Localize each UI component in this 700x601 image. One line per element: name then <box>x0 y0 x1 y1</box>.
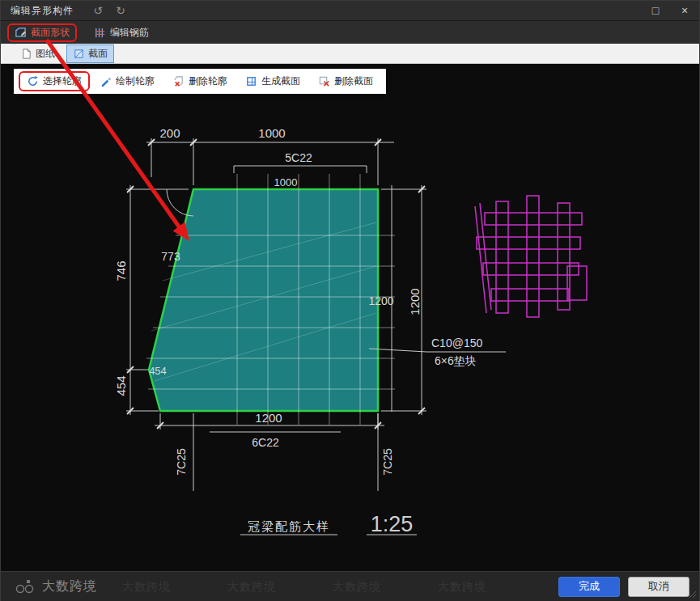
watermark-text: 大数跨境 <box>42 578 97 595</box>
dim-top-width: 1000 <box>258 126 285 140</box>
select-outline-button[interactable]: 选择轮廓 <box>19 71 90 91</box>
dim-left-lower-h: 454 <box>149 365 167 377</box>
note-stirrup: C10@150 <box>431 336 482 349</box>
dim-left-lower-v: 454 <box>114 375 128 396</box>
watermark-logo-icon <box>14 578 38 595</box>
note-spacer: 6×6垫块 <box>435 354 477 367</box>
generate-section-label: 生成截面 <box>261 74 300 88</box>
dim-left-upper: 746 <box>114 260 128 281</box>
generate-section-button[interactable]: 生成截面 <box>237 71 308 91</box>
tab-bar: 图纸 截面 <box>1 44 699 64</box>
tab-drawing[interactable]: 图纸 <box>14 44 62 63</box>
resize-grip-icon[interactable] <box>689 590 697 599</box>
generate-section-icon <box>245 75 257 87</box>
drawing-tab-icon <box>20 48 32 60</box>
dim-top-offset: 200 <box>159 126 180 140</box>
cad-drawing: 200 1000 5C22 1000 773 746 454 454 1200 … <box>1 64 699 571</box>
drawing-scale: 1:25 <box>371 512 414 536</box>
edit-rebar-icon <box>94 27 106 39</box>
watermark-faint: 大数跨境 <box>122 580 171 595</box>
edit-rebar-button[interactable]: 编辑钢筋 <box>87 23 156 42</box>
section-shape-icon <box>15 27 27 39</box>
drawing-caption: 冠梁配筋大样 <box>248 519 330 533</box>
edit-rebar-label: 编辑钢筋 <box>110 26 149 40</box>
tab-section[interactable]: 截面 <box>66 44 114 63</box>
watermark-faint: 大数跨境 <box>227 580 276 595</box>
maximize-button[interactable]: □ <box>641 1 670 21</box>
watermark-faint: 大数跨境 <box>333 580 381 595</box>
section-shape-label: 截面形状 <box>31 26 70 40</box>
watermark-faint: 大数跨境 <box>438 580 486 595</box>
delete-section-icon <box>318 75 330 87</box>
tab-section-label: 截面 <box>88 47 108 61</box>
edit-irregular-component-dialog: 编辑异形构件 ↺ ↻ □ × 截面形状 编辑钢筋 <box>0 0 700 601</box>
close-button[interactable]: × <box>670 1 699 21</box>
select-outline-label: 选择轮廓 <box>43 74 82 88</box>
delete-outline-button[interactable]: 删除轮廓 <box>164 71 235 91</box>
dim-slant-length: 773 <box>161 250 180 263</box>
dim-left-corner-rebar: 7C25 <box>175 448 188 476</box>
dim-top-rebar: 5C22 <box>285 151 312 164</box>
section-polygon[interactable] <box>149 189 378 411</box>
footer-bar: 大数跨境 大数跨境 大数跨境 大数跨境 大数跨境 完成 取消 <box>1 571 699 601</box>
main-toolbar: 截面形状 编辑钢筋 <box>1 21 699 44</box>
delete-outline-label: 删除轮廓 <box>189 74 227 88</box>
undo-icon[interactable]: ↺ <box>87 4 109 17</box>
dim-right-corner-rebar: 7C25 <box>381 448 394 476</box>
dim-bottom-width: 1200 <box>255 411 282 425</box>
section-tab-icon <box>73 48 85 60</box>
delete-section-button[interactable]: 删除截面 <box>310 71 381 91</box>
cancel-button[interactable]: 取消 <box>628 577 689 597</box>
dim-top-inner-width: 1000 <box>274 176 298 188</box>
dim-right-outer-height: 1200 <box>408 288 422 315</box>
dialog-title: 编辑异形构件 <box>11 4 74 18</box>
select-outline-icon <box>27 75 39 87</box>
tab-drawing-label: 图纸 <box>36 47 55 61</box>
finish-button[interactable]: 完成 <box>558 577 620 597</box>
rebar-cage-detail <box>475 196 587 317</box>
dim-bottom-rebar: 6C22 <box>252 436 279 449</box>
drawing-canvas[interactable]: 选择轮廓 绘制轮廓 删除轮廓 <box>1 64 699 571</box>
draw-outline-button[interactable]: 绘制轮廓 <box>91 71 163 91</box>
delete-outline-icon <box>172 75 185 87</box>
watermark: 大数跨境 <box>14 578 97 595</box>
draw-outline-icon <box>100 75 112 87</box>
section-shape-button[interactable]: 截面形状 <box>7 23 77 42</box>
dim-right-inner-height: 1200 <box>368 294 393 307</box>
titlebar: 编辑异形构件 ↺ ↻ □ × <box>1 1 699 21</box>
delete-section-label: 删除截面 <box>334 74 373 88</box>
draw-outline-label: 绘制轮廓 <box>116 74 155 88</box>
redo-icon[interactable]: ↻ <box>109 4 132 17</box>
outline-toolbar: 选择轮廓 绘制轮廓 删除轮廓 <box>14 69 386 94</box>
